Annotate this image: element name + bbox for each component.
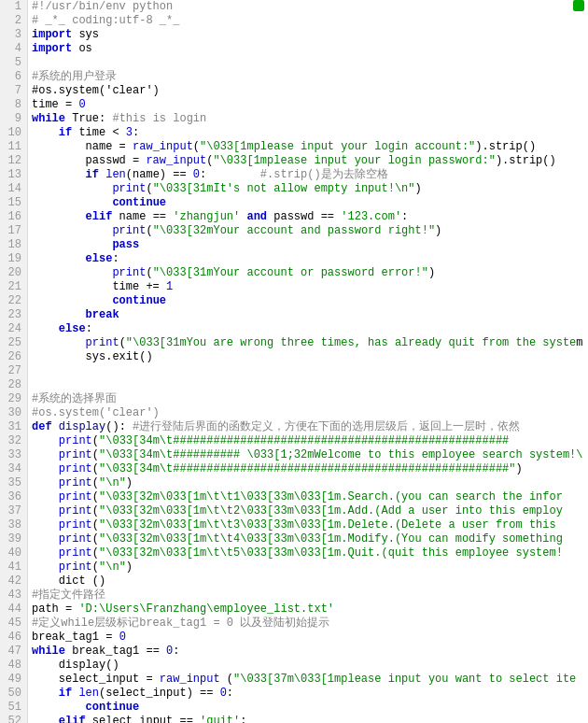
code-line: import sys bbox=[32, 28, 584, 42]
line-number: 32 bbox=[4, 434, 21, 448]
line-number: 17 bbox=[4, 224, 21, 238]
code-line: if time < 3: bbox=[32, 126, 584, 140]
code-line: print("\n") bbox=[32, 560, 584, 574]
code-line: time += 1 bbox=[32, 280, 584, 294]
code-line: continue bbox=[32, 294, 584, 308]
line-number: 28 bbox=[4, 378, 21, 392]
code-line: break_tag1 = 0 bbox=[32, 631, 584, 645]
line-number: 11 bbox=[4, 140, 21, 154]
line-number: 38 bbox=[4, 518, 21, 532]
line-number: 48 bbox=[4, 659, 21, 673]
code-line: # _*_ coding:utf-8 _*_ bbox=[32, 14, 584, 28]
code-line: elif name == 'zhangjun' and passwd == '1… bbox=[32, 210, 584, 224]
code-line: display() bbox=[32, 659, 584, 673]
code-line: elif select_input == 'quit': bbox=[32, 715, 584, 723]
code-line: print("\033[31mYour account or password … bbox=[32, 266, 584, 280]
code-line: name = raw_input("\033[1mplease input yo… bbox=[32, 140, 584, 154]
line-number: 27 bbox=[4, 364, 21, 378]
code-line: while break_tag1 == 0: bbox=[32, 645, 584, 659]
code-line: continue bbox=[32, 701, 584, 715]
line-number: 16 bbox=[4, 210, 21, 224]
code-line: while True: #this is login bbox=[32, 112, 584, 126]
line-number: 47 bbox=[4, 645, 21, 659]
line-number: 12 bbox=[4, 154, 21, 168]
code-line: print("\033[32m\033[1m\t\t2\033[33m\033[… bbox=[32, 504, 584, 518]
line-number: 41 bbox=[4, 560, 21, 574]
code-line bbox=[32, 378, 584, 392]
code-line: continue bbox=[32, 196, 584, 210]
code-line: print("\033[34m\t#######################… bbox=[32, 462, 584, 476]
line-number: 1 bbox=[4, 0, 21, 14]
code-line: select_input = raw_input ("\033[37m\033[… bbox=[32, 673, 584, 687]
code-line: sys.exit() bbox=[32, 350, 584, 364]
line-number: 5 bbox=[4, 56, 21, 70]
line-number: 40 bbox=[4, 546, 21, 560]
code-line: print("\033[32m\033[1m\t\t5\033[33m\033[… bbox=[32, 546, 584, 560]
line-number: 37 bbox=[4, 504, 21, 518]
code-line: #系统的选择界面 bbox=[32, 392, 584, 406]
code-line: print("\033[32m\033[1m\t\t4\033[33m\033[… bbox=[32, 532, 584, 546]
line-number: 25 bbox=[4, 336, 21, 350]
line-number: 22 bbox=[4, 294, 21, 308]
code-line: dict () bbox=[32, 574, 584, 588]
code-line: #!/usr/bin/env python bbox=[32, 0, 584, 14]
line-number: 15 bbox=[4, 196, 21, 210]
line-number: 31 bbox=[4, 420, 21, 434]
line-number: 45 bbox=[4, 617, 21, 631]
line-number: 42 bbox=[4, 574, 21, 588]
line-number: 46 bbox=[4, 631, 21, 645]
line-number: 7 bbox=[4, 84, 21, 98]
code-line: pass bbox=[32, 238, 584, 252]
run-indicator[interactable] bbox=[573, 0, 584, 11]
line-number: 8 bbox=[4, 98, 21, 112]
line-numbers: 1234567891011121314151617181920212223242… bbox=[0, 0, 28, 723]
code-line: #定义while层级标记break_tag1 = 0 以及登陆初始提示 bbox=[32, 617, 584, 631]
line-number: 14 bbox=[4, 182, 21, 196]
code-line: print("\033[34m\t#######################… bbox=[32, 434, 584, 448]
code-line: import os bbox=[32, 42, 584, 56]
line-number: 34 bbox=[4, 462, 21, 476]
code-area[interactable]: #!/usr/bin/env python# _*_ coding:utf-8 … bbox=[28, 0, 588, 723]
code-line bbox=[32, 56, 584, 70]
line-number: 3 bbox=[4, 28, 21, 42]
line-number: 29 bbox=[4, 392, 21, 406]
line-number: 33 bbox=[4, 448, 21, 462]
code-line: print("\033[34m\t########## \033[1;32mWe… bbox=[32, 448, 584, 462]
code-line: print("\033[31mIt's not allow empty inpu… bbox=[32, 182, 584, 196]
line-number: 4 bbox=[4, 42, 21, 56]
line-number: 39 bbox=[4, 532, 21, 546]
code-line: else: bbox=[32, 252, 584, 266]
editor-container: 1234567891011121314151617181920212223242… bbox=[0, 0, 588, 723]
code-line: print("\033[32mYour account and password… bbox=[32, 224, 584, 238]
code-line: passwd = raw_input("\033[1mplease input … bbox=[32, 154, 584, 168]
code-line: print("\033[31mYou are wrong three times… bbox=[32, 336, 584, 350]
line-number: 44 bbox=[4, 602, 21, 617]
code-line: break bbox=[32, 308, 584, 322]
line-number: 30 bbox=[4, 406, 21, 420]
line-number: 2 bbox=[4, 14, 21, 28]
line-number: 6 bbox=[4, 70, 21, 84]
line-number: 50 bbox=[4, 687, 21, 701]
line-number: 23 bbox=[4, 308, 21, 322]
line-number: 9 bbox=[4, 112, 21, 126]
line-number: 36 bbox=[4, 490, 21, 504]
code-line: #系统的用户登录 bbox=[32, 70, 584, 84]
code-line: else: bbox=[32, 322, 584, 336]
line-number: 21 bbox=[4, 280, 21, 294]
line-number: 13 bbox=[4, 168, 21, 182]
code-line: #os.system('clear') bbox=[32, 406, 584, 420]
code-line: #os.system('clear') bbox=[32, 84, 584, 98]
code-line: path = 'D:\Users\Franzhang\employee_list… bbox=[32, 602, 584, 617]
line-number: 51 bbox=[4, 701, 21, 715]
line-number: 52 bbox=[4, 715, 21, 723]
code-line: if len(select_input) == 0: bbox=[32, 687, 584, 701]
line-number: 24 bbox=[4, 322, 21, 336]
code-line: print("\033[32m\033[1m\t\t3\033[33m\033[… bbox=[32, 518, 584, 532]
code-line: #指定文件路径 bbox=[32, 588, 584, 602]
line-number: 49 bbox=[4, 673, 21, 687]
code-line: print("\n") bbox=[32, 476, 584, 490]
code-line: print("\033[32m\033[1m\t\t1\033[33m\033[… bbox=[32, 490, 584, 504]
line-number: 26 bbox=[4, 350, 21, 364]
line-number: 18 bbox=[4, 238, 21, 252]
line-number: 20 bbox=[4, 266, 21, 280]
